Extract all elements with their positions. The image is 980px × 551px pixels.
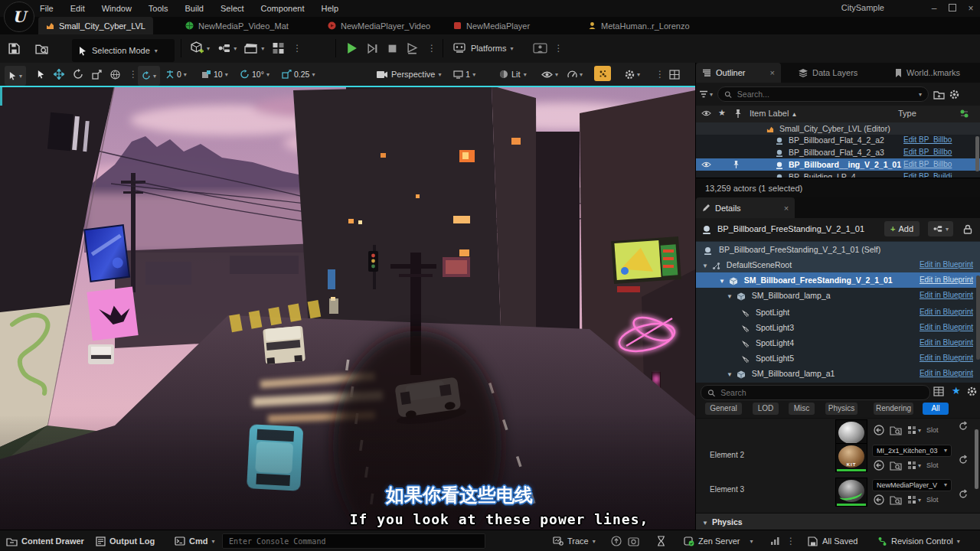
use-asset-icon[interactable] <box>874 494 884 505</box>
component-row[interactable]: SpotLight5 Edit in Blueprint <box>696 350 980 366</box>
toolbar-overflow-icon[interactable]: ⋮ <box>292 43 302 54</box>
edit-blueprint-link[interactable]: Edit BP_Buildi <box>903 171 952 178</box>
outliner-search-input[interactable] <box>736 89 915 99</box>
outliner-search[interactable]: ▾ <box>717 86 929 102</box>
revision-control-dropdown[interactable]: Revision Control ▾ <box>877 530 960 551</box>
menu-edit[interactable]: Edit <box>69 4 87 13</box>
edit-blueprint-link[interactable]: Edit BP_Billbo <box>903 146 952 158</box>
menu-help[interactable]: Help <box>319 4 340 13</box>
expand-arrow-icon[interactable]: ▼ <box>727 289 734 305</box>
filter-tab-all[interactable]: All <box>923 403 949 415</box>
console-command-input[interactable] <box>227 536 480 546</box>
outliner-row-selected[interactable]: BP_Billboard__ing_V_2_1_01 Edit BP_Billb… <box>696 158 980 171</box>
outliner-row[interactable]: BP_Billboard_Flat_4_2_a3 Edit BP_Billbo <box>696 146 980 158</box>
tree-scrollbar[interactable] <box>976 276 980 360</box>
chevron-down-icon[interactable]: ▾ <box>919 91 922 98</box>
menu-select[interactable]: Select <box>219 4 246 13</box>
restore-button[interactable] <box>943 3 962 14</box>
use-asset-icon[interactable] <box>874 425 884 435</box>
console-command-field[interactable] <box>222 533 485 549</box>
menu-file[interactable]: File <box>38 4 55 13</box>
transform-tool-dropdown[interactable]: ▾ <box>5 66 26 86</box>
component-row-self[interactable]: BP_Billboard_FreeStanding_V_2_1_01 (Self… <box>696 242 980 257</box>
menu-component[interactable]: Component <box>260 4 306 13</box>
browse-asset-icon[interactable] <box>890 494 902 505</box>
status-overflow-icon[interactable]: ⋮ <box>786 536 795 546</box>
selection-mode-dropdown[interactable]: Selection Mode ▾ <box>72 39 175 62</box>
favorite-column-star-icon[interactable]: ★ <box>718 108 726 118</box>
visibility-column-eye-icon[interactable] <box>701 109 711 117</box>
tab-material[interactable]: NewMediaP_Video_Mat <box>178 17 296 34</box>
material-dropdown[interactable]: MI_2x1_Kitchen_03 ▾ <box>872 445 952 457</box>
display-grid-icon[interactable] <box>933 386 944 396</box>
stop-button[interactable] <box>387 44 397 54</box>
reset-icon[interactable] <box>959 455 968 464</box>
edit-in-blueprint-link[interactable]: Edit in Blueprint <box>920 305 973 320</box>
menu-build[interactable]: Build <box>184 4 205 13</box>
close-icon[interactable]: × <box>784 204 789 213</box>
snapshot-icon[interactable] <box>628 536 639 546</box>
minimize-button[interactable]: – <box>925 3 943 14</box>
outliner-row[interactable]: BP_Billboard_Flat_4_2_a2 Edit BP_Billbo <box>696 134 980 146</box>
quick-add-dropdown[interactable]: ▾ <box>190 41 210 55</box>
world-row[interactable]: Small_City_Cyber_LVL (Editor) <box>696 122 980 135</box>
filter-tab-general[interactable]: General <box>705 403 742 415</box>
filter-tab-lod[interactable]: LOD <box>753 403 779 415</box>
edit-in-blueprint-link[interactable]: Edit in Blueprint <box>920 257 973 272</box>
browse-asset-icon[interactable] <box>890 425 902 435</box>
scale-snap-dropdown[interactable]: 0.25▾ <box>282 66 315 83</box>
physics-section-header[interactable]: ▼ Physics <box>696 513 980 530</box>
reset-icon[interactable] <box>959 489 968 498</box>
platforms-dropdown[interactable]: Platforms ▾ <box>453 43 513 54</box>
camera-dropdown[interactable]: Perspective ▾ <box>377 66 442 83</box>
play-button[interactable] <box>346 42 358 54</box>
tab-metahuman[interactable]: MetaHuman..r_Lorenzo <box>580 17 697 34</box>
view-mode-dropdown[interactable]: Lit▾ <box>499 66 527 83</box>
all-saved-status[interactable]: All Saved <box>808 530 858 551</box>
component-row-selected[interactable]: ▼ SM_Billboard_FreeStanding_V_2_1_01 Edi… <box>696 272 980 288</box>
edit-blueprint-link[interactable]: Edit BP_Billbo <box>903 158 952 171</box>
edit-in-blueprint-link[interactable]: Edit in Blueprint <box>920 320 973 335</box>
billboard-pink[interactable] <box>87 286 138 341</box>
zen-server-status[interactable]: Zen Server ▾ <box>684 530 753 551</box>
viewport-scene[interactable] <box>0 86 695 530</box>
car-van[interactable] <box>263 326 305 364</box>
pick-asset-dropdown[interactable]: ▾ <box>907 495 921 504</box>
edit-in-blueprint-link[interactable]: Edit in Blueprint <box>920 288 973 303</box>
edit-blueprint-link[interactable]: Edit BP_Billbo <box>903 134 952 146</box>
close-button[interactable]: × <box>962 3 980 14</box>
expand-arrow-icon[interactable]: ▼ <box>702 259 710 274</box>
favorites-star-icon[interactable]: ★ <box>952 385 961 396</box>
launch-trace-icon[interactable] <box>611 536 622 546</box>
edit-in-blueprint-link[interactable]: Edit in Blueprint <box>920 350 973 366</box>
material-thumbnail[interactable] <box>835 478 867 507</box>
component-row[interactable]: SpotLight Edit in Blueprint <box>696 305 980 320</box>
launch-button[interactable] <box>407 43 418 54</box>
trace-dropdown[interactable]: Trace ▾ <box>553 530 596 551</box>
component-row[interactable]: ▼ SM_Billboard_lamp_a1 Edit in Blueprint <box>696 366 980 381</box>
rotate-tool-icon[interactable] <box>73 69 83 80</box>
filter-tab-rendering[interactable]: Rendering <box>874 403 913 415</box>
preview-character-icon[interactable] <box>533 42 547 54</box>
outliner-filter-dropdown[interactable]: ▾ <box>699 90 713 98</box>
pin-column-icon[interactable] <box>734 109 742 119</box>
surface-snap-dropdown[interactable]: ▾ <box>138 66 160 86</box>
viewport-tools-overflow-icon[interactable]: ⋮ <box>129 69 138 80</box>
rotation-snap-dropdown[interactable]: 10°▾ <box>240 66 270 83</box>
tab-outliner[interactable]: Outliner × <box>696 63 781 83</box>
actor-snap-dropdown[interactable]: 0▾ <box>165 66 187 83</box>
editor-utility-icon[interactable] <box>272 42 285 54</box>
world-space-icon[interactable] <box>110 70 120 80</box>
material-dropdown[interactable]: NewMediaPlayer_V ▾ <box>872 479 952 491</box>
material-thumbnail[interactable]: KIT <box>835 443 867 472</box>
outliner-scrollbar[interactable] <box>975 136 979 171</box>
pick-asset-dropdown[interactable]: ▾ <box>907 425 921 435</box>
lock-icon[interactable] <box>963 224 972 234</box>
pin-icon[interactable] <box>733 160 740 169</box>
viewport-overflow-icon[interactable]: ⋮ <box>655 66 665 83</box>
use-asset-icon[interactable] <box>874 460 884 471</box>
tab-details[interactable]: Details × <box>696 197 795 218</box>
platforms-overflow-icon[interactable]: ⋮ <box>554 43 563 54</box>
content-drawer-button[interactable]: Content Drawer <box>6 530 84 551</box>
stats-icon[interactable] <box>770 536 780 546</box>
